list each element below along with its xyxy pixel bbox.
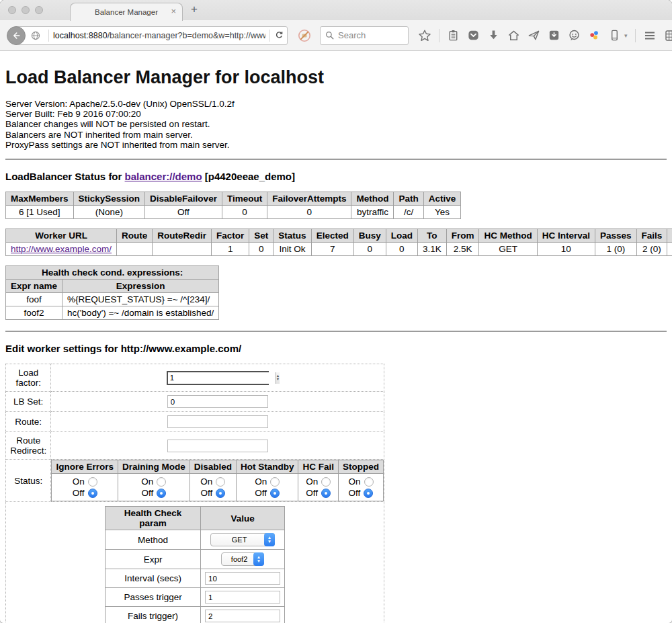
form-row-load-factor: Load factor:▲▼ (6, 364, 384, 392)
radio-label-off: Off (141, 487, 153, 499)
tab-balancer-manager[interactable]: Balancer Manager × (70, 3, 183, 21)
search-bar[interactable]: Search (320, 26, 409, 45)
plugin-blocked-icon[interactable] (297, 28, 312, 43)
worker-url-link[interactable]: http://www.example.com/ (11, 244, 112, 254)
server-version-line: Server Version: Apache/2.5.0-dev (Unix) … (5, 99, 667, 109)
save-page-icon[interactable] (548, 29, 560, 42)
field-value-cell: ▲▼ (51, 364, 384, 392)
hello-chat-icon[interactable] (568, 29, 581, 42)
reload-icon[interactable] (274, 30, 284, 41)
interval-secs-input[interactable] (205, 572, 280, 585)
status-header-row: Ignore ErrorsDraining ModeDisabledHot St… (52, 460, 384, 474)
passes-trigger-input[interactable] (205, 591, 280, 604)
worker-cell-set: 0 (249, 243, 274, 256)
select-expr[interactable]: foof2▲▼ (221, 552, 264, 566)
colored-dots-extension-icon[interactable] (588, 29, 601, 42)
radio-line: Off (194, 487, 232, 499)
toolbar-separator (439, 29, 439, 42)
radio-hc-fail-off[interactable] (321, 489, 331, 498)
bookmark-star-icon[interactable] (418, 29, 431, 42)
radio-disabled-on[interactable] (216, 477, 225, 487)
balancer-demo-link[interactable]: balancer://demo (125, 171, 202, 182)
url-path: /balancer-manager?b=demo&w=http://www.ex… (108, 31, 266, 40)
heading-text: [p4420eeae_demo] (202, 171, 295, 182)
radio-line: Off (241, 487, 294, 499)
radio-ignore-errors-off[interactable] (88, 489, 97, 498)
radio-disabled-off[interactable] (216, 489, 225, 498)
worker-cell-factor: 1 (212, 243, 249, 256)
load-factor-stepper[interactable]: ▲▼ (167, 371, 269, 385)
hc-param-row-method: MethodGET▲▼ (106, 530, 285, 550)
window-controls (8, 6, 43, 14)
column-header-expr-name: Expr name (6, 280, 62, 293)
radio-hot-standby-off[interactable] (270, 489, 280, 498)
radio-hot-standby-on[interactable] (270, 477, 280, 487)
column-header-routeredir: RouteRedir (153, 229, 212, 243)
server-built-line: Server Built: Feb 9 2016 07:00:20 (5, 109, 667, 119)
select-stepper-icon: ▲▼ (253, 552, 264, 566)
close-window-button[interactable] (8, 6, 16, 14)
notice-line: Balancer changes will NOT be persisted o… (5, 119, 667, 129)
radio-label-on: On (348, 476, 360, 487)
worker-status-table: Worker URLRouteRouteRedirFactorSetStatus… (5, 229, 672, 256)
search-placeholder: Search (338, 30, 366, 40)
worker-cell-from: 2.5K (446, 243, 479, 256)
tab-close-icon[interactable]: × (171, 7, 176, 15)
fails-trigger-input[interactable] (205, 610, 280, 622)
radio-hc-fail-on[interactable] (321, 477, 331, 487)
select-method[interactable]: GET▲▼ (210, 533, 275, 546)
device-dropdown-caret-icon[interactable]: ▾ (624, 32, 628, 39)
reading-list-icon[interactable] (447, 29, 460, 42)
table-header-row: MaxMembersStickySessionDisableFailoverTi… (6, 192, 461, 206)
mobile-device-icon[interactable] (608, 29, 621, 42)
column-header-route: Route (117, 229, 153, 243)
status-cell-hc-fail: OnOff (298, 474, 339, 501)
balancer-cell-disablefailover: Off (145, 206, 222, 219)
load-factor-input[interactable] (168, 372, 276, 384)
radio-stopped-on[interactable] (364, 477, 374, 487)
hc-param-value-cell (201, 607, 285, 623)
column-header-hc-method: HC Method (479, 229, 537, 243)
column-header-timeout: Timeout (222, 192, 267, 206)
balancer-cell-active: Yes (423, 206, 461, 219)
status-table-cell: Ignore ErrorsDraining ModeDisabledHot St… (51, 460, 384, 502)
back-button[interactable] (7, 26, 26, 45)
field-value-cell (51, 412, 384, 432)
radio-stopped-off[interactable] (364, 489, 373, 498)
hc-param-row-fails-trigger: Fails trigger) (106, 607, 285, 623)
url-text[interactable]: localhost:8880/balancer-manager?b=demo&w… (53, 31, 265, 40)
minimize-window-button[interactable] (22, 6, 30, 14)
column-header-status: Status (274, 229, 311, 243)
send-tab-icon[interactable] (528, 29, 540, 42)
zoom-window-button[interactable] (35, 6, 43, 14)
worker-cell-status: Init Ok (274, 243, 311, 256)
new-tab-button[interactable]: + (191, 3, 198, 16)
worker-cell-routeredir (153, 243, 212, 256)
radio-label-on: On (306, 476, 318, 487)
column-header-method: Method (351, 192, 394, 206)
status-cell-disabled: OnOff (190, 474, 236, 501)
worker-cell-route (117, 243, 153, 256)
lb-set-input[interactable] (167, 395, 268, 408)
downloads-icon[interactable] (487, 29, 500, 42)
status-column-draining-mode: Draining Mode (118, 460, 190, 474)
route-redirect-input[interactable] (167, 440, 268, 452)
number-spinner-icon[interactable]: ▲▼ (276, 372, 280, 384)
table-header-row: Health Check paramValue (106, 507, 285, 530)
menu-hamburger-icon[interactable] (643, 29, 657, 42)
radio-draining-mode-off[interactable] (157, 489, 166, 498)
hc-param-row-passes-trigger: Passes trigger (106, 588, 285, 607)
route-input[interactable] (167, 415, 268, 428)
radio-draining-mode-on[interactable] (157, 477, 166, 487)
page-content: Load Balancer Manager for localhost Serv… (0, 67, 672, 623)
form-row-health-check: Health Check paramValueMethodGET▲▼Exprfo… (6, 502, 384, 623)
status-column-disabled: Disabled (190, 460, 236, 474)
radio-label-on: On (73, 476, 85, 487)
radio-ignore-errors-on[interactable] (88, 477, 97, 487)
tab-groups-icon[interactable] (664, 29, 672, 42)
home-icon[interactable] (507, 29, 520, 42)
radio-line: Off (56, 487, 114, 499)
radio-label-off: Off (306, 487, 318, 499)
url-bar[interactable]: localhost:8880/balancer-manager?b=demo&w… (16, 26, 288, 45)
pocket-icon[interactable] (467, 29, 480, 42)
